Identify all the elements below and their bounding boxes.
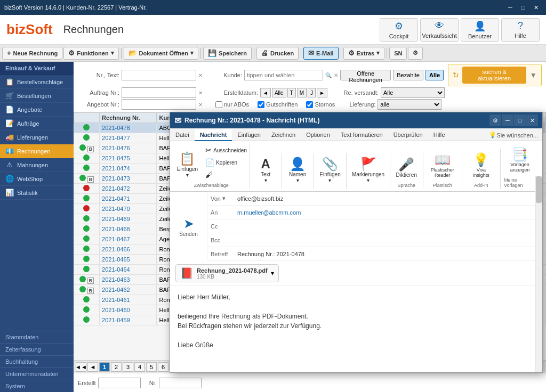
angebot-nr-input[interactable] [122, 99, 196, 110]
invoice-nr-cell[interactable]: 2021-0478 [100, 123, 157, 133]
einfuegen-btn[interactable]: 📎 Einfügen ▾ [316, 154, 344, 186]
icon-btn-1[interactable]: SN [389, 47, 407, 60]
speichern-button[interactable]: 💾 Speichern [203, 47, 252, 60]
invoice-nr-cell[interactable]: 2021-0463 [100, 275, 157, 285]
email-scrollbar[interactable] [535, 176, 542, 372]
cockpit-button[interactable]: ⚙ Cockpit [380, 18, 418, 42]
nur-abos-checkbox[interactable] [215, 101, 222, 108]
invoice-nr-cell[interactable]: 2021-0460 [100, 305, 157, 315]
verkaufssicht-button[interactable]: 👁 Verkaufssicht [420, 18, 459, 42]
attachment-dropdown-icon[interactable]: ▾ [271, 270, 274, 277]
page-5-button[interactable]: 5 [146, 362, 157, 372]
benutzer-button[interactable]: 👤 Benutzer [461, 18, 499, 42]
email-button[interactable]: ✉ E-Mail [303, 47, 338, 60]
modal-settings-icon[interactable]: ⚙ [489, 115, 501, 126]
date-t-btn[interactable]: T [287, 88, 296, 97]
search-collapse-icon[interactable]: ▼ [529, 71, 537, 79]
tab-einfuegen[interactable]: Einfügen [232, 129, 266, 141]
sidebar-item-mahnungen[interactable]: ⚠ Mahnungen [0, 158, 74, 172]
cc-value[interactable] [234, 224, 542, 228]
sidebar-item-bestellvorschlaege[interactable]: 📋 Bestellvorschläge [0, 75, 74, 89]
kunde-clear-icon[interactable]: ✕ [334, 72, 338, 78]
alle-button[interactable]: Alle [425, 70, 444, 80]
close-button[interactable]: ✕ [530, 3, 542, 12]
sidebar-item-auftraege[interactable]: 📝 Aufträge [0, 117, 74, 130]
tab-text-formatieren[interactable]: Text formatieren [335, 129, 388, 141]
sidebar-item-bestellungen[interactable]: 🛒 Bestellungen [0, 89, 74, 103]
invoice-nr-cell[interactable]: 2021-0468 [100, 224, 157, 234]
tab-hilfe[interactable]: Hilfe [428, 129, 451, 141]
invoice-nr-cell[interactable]: 2021-0475 [100, 153, 157, 164]
invoice-nr-cell[interactable]: 2021-0467 [100, 234, 157, 244]
bcc-value[interactable] [234, 238, 542, 242]
invoice-nr-cell[interactable]: 2021-0461 [100, 295, 157, 305]
tab-nachricht[interactable]: Nachricht [195, 129, 232, 141]
nr-text-clear[interactable]: ✕ [198, 72, 203, 78]
sidebar-item-stammdaten[interactable]: Stammdaten [0, 331, 74, 343]
vorlagen-anzeigen-button[interactable]: 📑 Vorlagen anzeigen [504, 144, 536, 175]
page-3-button[interactable]: 3 [123, 362, 133, 372]
sidebar-item-angebote[interactable]: 📄 Angebote [0, 103, 74, 117]
dokument-oeffnen-button[interactable]: 📂 Dokument Öffnen ▾ [124, 47, 198, 60]
format-uebertragen-button[interactable]: 🖌 [203, 169, 250, 181]
text-button[interactable]: A Text ▾ [254, 154, 277, 186]
auftrag-clear[interactable]: ✕ [198, 90, 203, 96]
nr-text-input[interactable] [122, 70, 196, 80]
modal-maximize-button[interactable]: □ [514, 115, 526, 126]
invoice-nr-cell[interactable]: 2021-0466 [100, 244, 157, 255]
sidebar-item-rechnungen[interactable]: 💶 Rechnungen [0, 144, 74, 158]
invoice-nr-cell[interactable]: 2021-0474 [100, 164, 157, 174]
search-update-button[interactable]: suchen & aktualisieren [462, 67, 526, 84]
neue-rechnung-button[interactable]: + Neue Rechnung [2, 47, 62, 60]
offene-rechnungen-button[interactable]: Offene Rechnungen [340, 70, 391, 80]
invoice-nr-cell[interactable]: 2021-0459 [100, 315, 157, 325]
invoice-nr-cell[interactable]: 2021-0465 [100, 255, 157, 265]
modal-minimize-button[interactable]: ─ [502, 115, 513, 126]
sidebar-item-buchhaltung[interactable]: Buchhaltung [0, 355, 74, 368]
invoice-nr-cell[interactable]: 2021-0476 [100, 143, 157, 153]
prev-page-button[interactable]: ◄ [87, 362, 98, 372]
angebot-clear[interactable]: ✕ [198, 102, 203, 108]
summary-erstellt-input[interactable] [98, 378, 141, 388]
invoice-nr-cell[interactable]: 2021-0477 [100, 133, 157, 143]
send-button-area[interactable]: ➤ Senden [170, 192, 207, 261]
viva-insights-button[interactable]: 💡 Viva Insights [465, 150, 497, 181]
invoice-nr-cell[interactable]: 2021-0471 [100, 194, 157, 204]
page-2-button[interactable]: 2 [111, 362, 122, 372]
invoice-nr-cell[interactable]: 2021-0469 [100, 214, 157, 224]
funktionen-button[interactable]: ⚙ Funktionen ▾ [63, 47, 118, 60]
to-value[interactable]: m.mueller@abcmm.com [234, 207, 542, 218]
tab-optionen[interactable]: Optionen [301, 129, 335, 141]
kunde-search-icon[interactable]: 🔍 [325, 72, 332, 78]
col-nr[interactable]: Rechnung Nr. [100, 113, 157, 123]
tab-zeichnen[interactable]: Zeichnen [266, 129, 301, 141]
modal-close-button[interactable]: ✕ [526, 115, 538, 126]
sidebar-item-zeiterfassung[interactable]: Zeiterfassung [0, 343, 74, 355]
page-6-button[interactable]: 6 [158, 362, 168, 372]
namen-button[interactable]: 👤 Namen ▾ [285, 154, 310, 186]
diktieren-button[interactable]: 🎤 Diktieren [392, 154, 421, 181]
stornos-checkbox[interactable] [306, 101, 313, 108]
ausschneiden-button[interactable]: ✂ Ausschneiden [203, 144, 250, 156]
date-prev-btn[interactable]: ◄ [260, 88, 271, 97]
auftrag-nr-input[interactable] [122, 87, 196, 98]
icon-btn-2[interactable]: ⚙ [408, 47, 423, 60]
einfuegen-large-button[interactable]: 📋 Einfügen ▾ [173, 149, 202, 181]
invoice-nr-cell[interactable]: 2021-0464 [100, 265, 157, 275]
email-body[interactable]: Lieber Herr Müller, beiliegend Ihre Rech… [170, 286, 542, 372]
hilfe-button[interactable]: ? Hilfe [501, 18, 540, 42]
date-next-btn[interactable]: ► [317, 88, 327, 97]
tab-datei[interactable]: Datei [170, 129, 195, 141]
page-4-button[interactable]: 4 [134, 362, 145, 372]
subject-value[interactable]: Rechnung Nr.: 2021-0478 [234, 249, 542, 259]
gutschriften-checkbox[interactable] [258, 101, 264, 108]
sidebar-item-webshop[interactable]: 🌐 WebShop [0, 172, 74, 186]
date-m-btn[interactable]: M [297, 88, 307, 97]
invoice-nr-cell[interactable]: 2021-0472 [100, 184, 157, 194]
sie-wuenschen[interactable]: 💡 Sie wünschen... [485, 129, 542, 141]
invoice-nr-cell[interactable]: 2021-0470 [100, 204, 157, 214]
kunde-input[interactable] [244, 70, 323, 80]
plastischer-reader-button[interactable]: 📖 Plastischer Reader [427, 150, 459, 181]
date-j-btn[interactable]: J [308, 88, 316, 97]
drucken-button[interactable]: 🖨 Drucken [256, 47, 299, 60]
